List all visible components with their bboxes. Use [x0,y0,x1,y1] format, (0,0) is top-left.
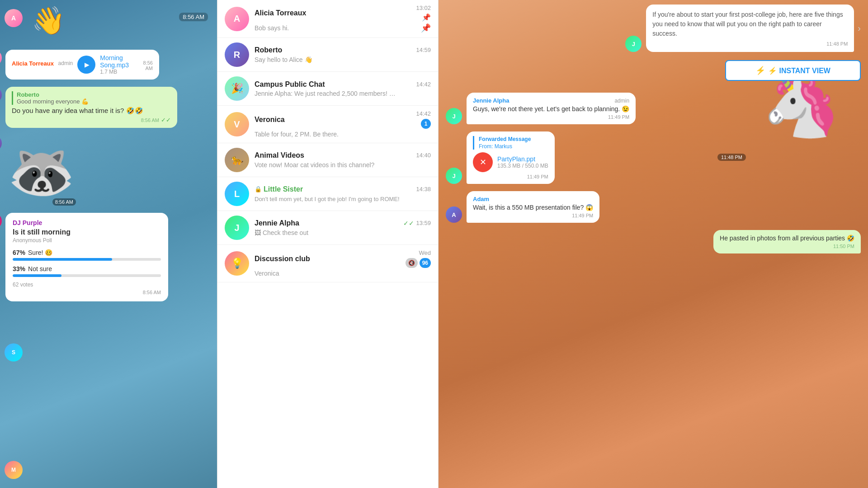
chat-info-alicia: Alicia Torreaux 13:02 📌 Bob says hi. 📌 [255,5,431,33]
chat-preview-alicia: Bob says hi. [255,24,289,32]
chat-time-animal: 14:40 [416,152,431,159]
adam-time: 11:49 PM [473,213,593,218]
chat-top-discussion: Discussion club Wed 🔇 96 [255,249,431,268]
chat-time-little-sister: 14:38 [416,186,431,192]
chat-info-animal: Animal Videos 14:40 Vote now! Moar cat v… [255,151,431,169]
chat-preview-campus: Jennie Alpha: We just reached 2,500 memb… [255,90,399,97]
chat-item-campus[interactable]: 🎉 Campus Public Chat 14:42 Jennie Alpha:… [217,72,438,106]
chat-list-scroll[interactable]: A Alicia Torreaux 13:02 📌 Bob says hi. 📌… [217,0,438,488]
chat-top-jennie: Jennie Alpha ✓✓ 13:59 [255,219,431,227]
avatar-animal: 🐆 [225,148,249,172]
chat-name-alicia: Alicia Torreaux [255,9,306,17]
forwarded-box: Forwarded Message From: Markus [473,136,548,150]
avatar-roberto: R [225,42,249,67]
double-check-jennie: ✓✓ [403,220,414,227]
poll-area: D DJ Purple Is it still morning Anonymou… [5,213,212,301]
badge-count: 96 [420,258,431,268]
chat-top-roberto: Roberto 14:59 [255,46,431,54]
chat-time-campus: 14:42 [416,81,431,88]
chat-info-discussion: Discussion club Wed 🔇 96 Veronica [255,249,431,277]
avatar-alicia-left: A [0,50,2,66]
play-button[interactable] [77,56,95,74]
chat-item-veronica[interactable]: V Veronica 14:42 1 Table for four, 2 PM.… [217,106,438,143]
chat-top-campus: Campus Public Chat 14:42 [255,80,431,89]
file-info: PartyPlan.ppt 135.3 MB / 550.0 MB [497,155,548,169]
chat-item-animal[interactable]: 🐆 Animal Videos 14:40 Vote now! Moar cat… [217,143,438,177]
chat-item-discussion[interactable]: 💡 Discussion club Wed 🔇 96 Veronica [217,245,438,282]
avatar-article-sender: J [625,36,642,52]
forwarded-file-message: J Forwarded Message From: Markus ✕ Party… [446,131,861,184]
audio-time: 8:56 AM [143,60,153,71]
avatar-adam: A [446,206,462,223]
chat-name-discussion: Discussion club [255,255,310,263]
poll-label-2: Not sure [28,265,52,272]
article-bubble: If you're about to start your first post… [646,5,854,52]
roberto-bubble: Roberto Good morning everyone 💪 Do you h… [5,87,177,128]
chat-item-jennie[interactable]: J Jennie Alpha ✓✓ 13:59 🖼 Check these ou… [217,211,438,245]
poll-pct-2: 33% [13,265,25,272]
chat-top-alicia: Alicia Torreaux 13:02 📌 [255,5,431,22]
poll-option-1[interactable]: 67% Sure! 🥴 [13,249,161,261]
chat-item-alicia[interactable]: A Alicia Torreaux 13:02 📌 Bob says hi. 📌 [217,0,438,38]
chat-preview-animal: Vote now! Moar cat videos in this channe… [255,161,374,169]
jennie-bubble: Jennie Alpha admin Guys, we're not there… [467,93,636,124]
panda-sticker: 🦝 8:56 AM [5,135,78,207]
jennie-alpha-message: J Jennie Alpha admin Guys, we're not the… [446,93,861,124]
lightning-icon: ⚡ [755,66,765,75]
chat-info-roberto: Roberto 14:59 Say hello to Alice 👋 [255,46,431,64]
audio-info: Morning Song.mp3 1.7 MB [100,54,138,75]
avatar-jennie-right: J [446,108,462,124]
forwarded-label: Forwarded Message [479,136,548,142]
chat-item-little-sister[interactable]: L 🔒 Little Sister 14:38 Don't tell mom y… [217,177,438,211]
roberto-message: R Roberto Good morning everyone 💪 Do you… [5,87,212,128]
avatar-jennie: J [225,216,249,240]
read-checkmark: ✓✓ [161,117,171,123]
poll-label-1: Sure! 🥴 [28,249,52,256]
right-messages-container: If you're about to start your first post… [439,0,868,488]
poll-bar-1 [13,258,161,261]
poll-option-2[interactable]: 33% Not sure [13,265,161,277]
wave-emoji: 👋 [32,5,66,37]
article-container: If you're about to start your first post… [646,5,854,52]
own-message: He pasted in photos from all previous pa… [446,230,861,253]
jennie-text: Guys, we're not there yet. Let's get bac… [473,105,629,113]
instant-view-label: ⚡ INSTANT VIEW [768,66,830,75]
avatar-bottom-left-1: S [5,343,23,361]
forwarded-bubble: Forwarded Message From: Markus ✕ PartyPl… [467,131,555,184]
avatar-roberto-sticker: R [0,135,2,151]
pin-icon-alicia: 📌 [422,13,431,22]
poll-bubble[interactable]: DJ Purple Is it still morning Anonymous … [5,213,168,301]
instant-view-row: ⚡ ⚡ INSTANT VIEW [446,57,861,84]
chat-preview-jennie: 🖼 Check these out [255,229,308,236]
audio-message: A Alicia Torreaux admin Morning Song.mp3… [5,50,212,80]
chat-info-little-sister: 🔒 Little Sister 14:38 Don't tell mom yet… [255,185,431,203]
roberto-text: Do you have any idea what time it is? 🤣🤣 [12,107,171,115]
jennie-sender: Jennie Alpha admin [473,97,629,104]
poll-bar-fill-2 [13,274,61,277]
chat-preview-veronica: Table for four, 2 PM. Be there. [255,131,339,138]
unread-badge-veronica: 1 [421,119,431,129]
chat-preview-discussion: Veronica [255,270,279,277]
chat-name-animal: Animal Videos [255,151,304,160]
poll-question: Is it still morning [13,228,161,236]
chat-time-alicia: 13:02 [416,5,431,11]
audio-bubble[interactable]: Alicia Torreaux admin Morning Song.mp3 1… [5,50,159,80]
article-message: If you're about to start your first post… [446,5,861,52]
poll-bar-2 [13,274,161,277]
chat-info-campus: Campus Public Chat 14:42 Jennie Alpha: W… [255,80,431,97]
chat-name-little-sister: Little Sister [264,185,303,193]
right-chat-panel: 🦄 11:48 PM If you're about to start your… [439,0,868,488]
chat-info-veronica: Veronica 14:42 1 Table for four, 2 PM. B… [255,110,431,138]
header-time: 8:56 AM [179,13,208,21]
instant-view-button[interactable]: ⚡ ⚡ INSTANT VIEW [725,60,861,81]
discussion-badges: 🔇 96 [406,258,431,268]
avatar-campus: 🎉 [225,76,249,101]
chat-right-alicia: 13:02 📌 [416,5,431,22]
chat-list-panel: A Alicia Torreaux 13:02 📌 Bob says hi. 📌… [217,0,439,488]
file-name: PartyPlan.ppt [497,155,548,163]
avatar-alicia: A [225,7,249,31]
avatar-discussion: 💡 [225,251,249,276]
chat-item-roberto[interactable]: R Roberto 14:59 Say hello to Alice 👋 [217,38,438,72]
chat-info-jennie: Jennie Alpha ✓✓ 13:59 🖼 Check these out [255,219,431,237]
pin-icon-2: 📌 [421,23,431,33]
